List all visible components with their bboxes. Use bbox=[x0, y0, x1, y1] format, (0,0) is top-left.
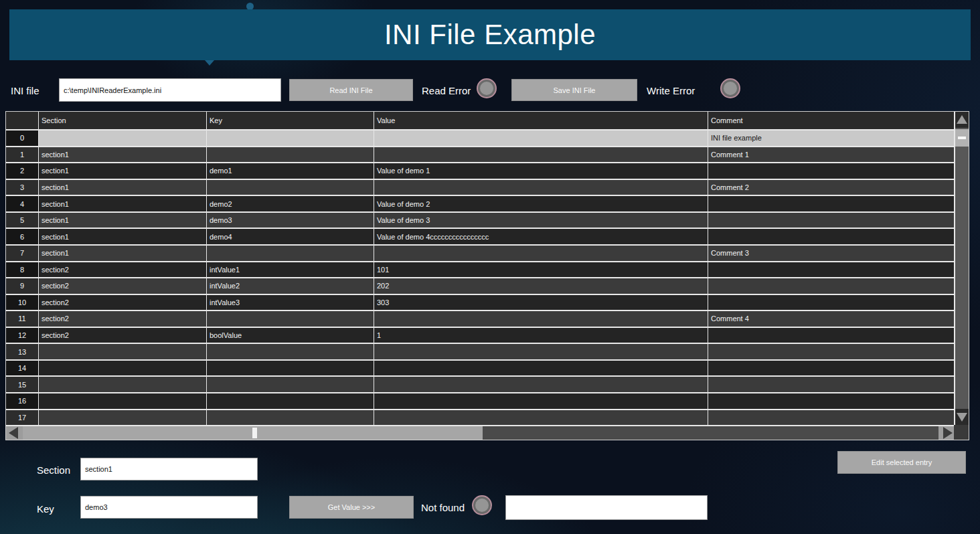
cell-value[interactable]: 202 bbox=[374, 278, 708, 294]
cell-section[interactable] bbox=[39, 377, 207, 392]
cell-comment[interactable] bbox=[708, 295, 955, 310]
cell-value[interactable] bbox=[374, 361, 708, 376]
table-row[interactable]: 17 bbox=[6, 410, 955, 426]
cell-comment[interactable] bbox=[708, 229, 955, 244]
cell-row-number[interactable]: 16 bbox=[6, 393, 39, 409]
cell-key[interactable] bbox=[207, 147, 374, 163]
table-row[interactable]: 9section2intValue2202 bbox=[6, 278, 955, 295]
cell-row-number[interactable]: 13 bbox=[6, 344, 39, 359]
cell-key[interactable] bbox=[207, 361, 374, 376]
cell-key[interactable] bbox=[207, 130, 374, 146]
table-row[interactable]: 10section2intValue3303 bbox=[6, 295, 955, 312]
cell-key[interactable] bbox=[207, 246, 374, 261]
cell-section[interactable]: section1 bbox=[39, 163, 207, 179]
table-row[interactable]: 13 bbox=[6, 344, 955, 361]
cell-section[interactable]: section1 bbox=[39, 180, 207, 195]
cell-comment[interactable] bbox=[708, 393, 955, 409]
cell-value[interactable] bbox=[374, 130, 708, 146]
cell-section[interactable]: section1 bbox=[39, 196, 207, 211]
cell-comment[interactable]: Comment 3 bbox=[708, 246, 955, 261]
scroll-right-icon[interactable] bbox=[938, 426, 955, 440]
table-row[interactable]: 5section1demo3Value of demo 3 bbox=[6, 213, 955, 230]
cell-key[interactable]: demo4 bbox=[207, 229, 374, 244]
cell-comment[interactable] bbox=[708, 361, 955, 376]
cell-key[interactable] bbox=[207, 393, 374, 409]
cell-comment[interactable]: Comment 4 bbox=[708, 311, 955, 327]
section-input[interactable] bbox=[80, 458, 258, 480]
table-row[interactable]: 7section1Comment 3 bbox=[6, 246, 955, 262]
cell-section[interactable]: section2 bbox=[39, 295, 207, 310]
table-row[interactable]: 16 bbox=[6, 393, 955, 410]
cell-section[interactable] bbox=[39, 393, 207, 409]
cell-key[interactable]: intValue2 bbox=[207, 278, 374, 294]
cell-value[interactable]: Value of demo 4cccccccccccccccc bbox=[374, 229, 708, 244]
key-input[interactable] bbox=[80, 496, 258, 519]
scroll-down-icon[interactable] bbox=[957, 413, 967, 422]
cell-comment[interactable] bbox=[708, 278, 955, 294]
cell-section[interactable]: section1 bbox=[39, 213, 207, 228]
cell-section[interactable] bbox=[39, 344, 207, 359]
cell-value[interactable] bbox=[374, 393, 708, 409]
cell-value[interactable] bbox=[374, 377, 708, 392]
cell-key[interactable]: demo3 bbox=[207, 213, 374, 228]
save-ini-file-button[interactable]: Save INI File bbox=[511, 79, 637, 101]
cell-key[interactable] bbox=[207, 344, 374, 359]
cell-row-number[interactable]: 12 bbox=[6, 328, 39, 343]
cell-section[interactable]: section1 bbox=[39, 246, 207, 261]
cell-key[interactable] bbox=[207, 377, 374, 392]
cell-row-number[interactable]: 14 bbox=[6, 361, 39, 376]
cell-key[interactable] bbox=[207, 311, 374, 327]
cell-value[interactable] bbox=[374, 311, 708, 327]
cell-comment[interactable] bbox=[708, 377, 955, 392]
table-row[interactable]: 6section1demo4Value of demo 4ccccccccccc… bbox=[6, 229, 955, 246]
cell-row-number[interactable]: 2 bbox=[6, 163, 39, 179]
table-row[interactable]: 11section2Comment 4 bbox=[6, 311, 955, 328]
table-row[interactable]: 8section2intValue1101 bbox=[6, 262, 955, 279]
cell-key[interactable]: intValue1 bbox=[207, 262, 374, 278]
cell-key[interactable]: boolValue bbox=[207, 328, 374, 343]
horizontal-scroll-thumb[interactable] bbox=[23, 426, 483, 440]
scroll-left-icon[interactable] bbox=[6, 426, 23, 440]
cell-value[interactable] bbox=[374, 147, 708, 163]
cell-value[interactable]: Value of demo 3 bbox=[374, 213, 708, 228]
cell-row-number[interactable]: 17 bbox=[6, 410, 39, 426]
cell-comment[interactable] bbox=[708, 410, 955, 426]
cell-row-number[interactable]: 11 bbox=[6, 311, 39, 327]
cell-row-number[interactable]: 6 bbox=[6, 229, 39, 244]
cell-value[interactable] bbox=[374, 344, 708, 359]
vertical-scrollbar[interactable] bbox=[954, 112, 969, 425]
cell-section[interactable]: section1 bbox=[39, 229, 207, 244]
cell-row-number[interactable]: 9 bbox=[6, 278, 39, 294]
cell-section[interactable]: section2 bbox=[39, 311, 207, 327]
cell-row-number[interactable]: 8 bbox=[6, 262, 39, 278]
cell-section[interactable]: section2 bbox=[39, 278, 207, 294]
cell-value[interactable] bbox=[374, 410, 708, 426]
cell-comment[interactable]: INI file example bbox=[708, 130, 955, 146]
cell-row-number[interactable]: 15 bbox=[6, 377, 39, 392]
horizontal-scrollbar[interactable] bbox=[6, 425, 955, 440]
cell-section[interactable] bbox=[39, 410, 207, 426]
cell-section[interactable]: section1 bbox=[39, 147, 207, 163]
cell-row-number[interactable]: 3 bbox=[6, 180, 39, 195]
cell-comment[interactable] bbox=[708, 344, 955, 359]
cell-comment[interactable] bbox=[708, 262, 955, 278]
cell-row-number[interactable]: 10 bbox=[6, 295, 39, 310]
cell-section[interactable] bbox=[39, 130, 207, 146]
cell-row-number[interactable]: 7 bbox=[6, 246, 39, 261]
read-ini-file-button[interactable]: Read INI File bbox=[289, 79, 413, 101]
table-row[interactable]: 15 bbox=[6, 377, 955, 393]
table-row[interactable]: 0INI file example bbox=[6, 130, 955, 147]
table-row[interactable]: 14 bbox=[6, 361, 955, 377]
cell-comment[interactable] bbox=[708, 196, 955, 211]
get-value-button[interactable]: Get Value >>> bbox=[289, 496, 414, 519]
cell-comment[interactable] bbox=[708, 213, 955, 228]
table-row[interactable]: 12section2boolValue1 bbox=[6, 328, 955, 345]
cell-row-number[interactable]: 5 bbox=[6, 213, 39, 228]
vertical-scroll-thumb[interactable] bbox=[955, 129, 969, 147]
table-row[interactable]: 1section1Comment 1 bbox=[6, 147, 955, 164]
table-row[interactable]: 4section1demo2Value of demo 2 bbox=[6, 196, 955, 213]
cell-section[interactable] bbox=[39, 361, 207, 376]
cell-value[interactable]: Value of demo 1 bbox=[374, 163, 708, 179]
cell-key[interactable]: demo1 bbox=[207, 163, 374, 179]
cell-row-number[interactable]: 4 bbox=[6, 196, 39, 211]
